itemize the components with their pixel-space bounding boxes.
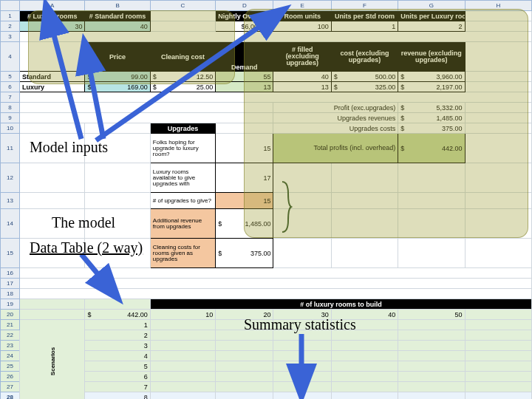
cell[interactable]: $2,197.00 [398, 82, 465, 92]
cell[interactable]: $442.00 [85, 310, 150, 320]
cell[interactable]: $169.00 [85, 82, 150, 92]
row-21[interactable]: 21 [1, 320, 20, 330]
cell[interactable]: cost (excluding upgrades) [331, 42, 398, 72]
cell[interactable]: 13 [216, 82, 273, 92]
cell[interactable]: 30 [273, 310, 331, 320]
row-17[interactable]: 17 [1, 279, 20, 289]
cell-upgrades-header[interactable]: Upgrades [150, 123, 215, 134]
cell[interactable]: 15 [216, 134, 273, 163]
cell-standard-rooms[interactable]: 40 [85, 21, 150, 32]
col-F[interactable]: F [331, 1, 398, 11]
cell-profit-label[interactable]: Profit (exc.upgrades) [273, 103, 398, 113]
cell[interactable]: 17 [216, 163, 273, 193]
cell-total-profit-value[interactable]: $442.00 [398, 134, 465, 163]
cell[interactable]: Additional revenue from upgrades [150, 209, 215, 239]
cell[interactable]: $12.50 [150, 72, 215, 82]
row-10[interactable]: 10 [1, 123, 20, 134]
row-8[interactable]: 8 [1, 103, 20, 113]
row-5[interactable]: 5 [1, 72, 20, 82]
cell[interactable]: 1 [331, 21, 398, 32]
row-15[interactable]: 15 [1, 239, 20, 268]
row-9[interactable]: 9 [1, 113, 20, 123]
cell-luxury-rooms[interactable]: 30 [20, 21, 85, 32]
row-6[interactable]: 6 [1, 82, 20, 92]
cell-upgrade-cost-label[interactable]: Upgrades costs [273, 123, 398, 134]
cell[interactable]: 40 [331, 310, 398, 320]
cell[interactable]: # Luxury rooms [20, 11, 85, 21]
cell-total-profit-label[interactable]: Total profits (incl. overhead) [273, 134, 398, 163]
cell[interactable]: 4 [85, 351, 150, 361]
cell-lux-build-header[interactable]: # of luxury rooms to build [150, 299, 531, 310]
cell[interactable]: $1,485.00 [216, 209, 273, 239]
cell[interactable]: 13 [273, 82, 331, 92]
cell[interactable]: # Standard rooms [85, 11, 150, 21]
cell[interactable]: 55 [216, 72, 273, 82]
cell[interactable]: Cleaning cost [150, 42, 215, 72]
row-24[interactable]: 24 [1, 351, 20, 361]
cell[interactable]: 3 [85, 341, 150, 351]
cell[interactable]: Nightly Overhead [216, 11, 273, 21]
cell[interactable]: 5 [85, 361, 150, 372]
col-G[interactable]: G [398, 1, 465, 11]
cell[interactable]: 2 [85, 330, 150, 341]
row-26[interactable]: 26 [1, 372, 20, 382]
row-16[interactable]: 16 [1, 268, 20, 279]
cell[interactable]: 20 [216, 310, 273, 320]
row-18[interactable]: 18 [1, 289, 20, 299]
cell[interactable]: $375.00 [216, 239, 273, 268]
row-7[interactable]: 7 [1, 92, 20, 103]
cell[interactable]: Folks hoping for upgrade to luxury room? [150, 134, 215, 163]
cell[interactable]: 2 [398, 21, 465, 32]
cell[interactable]: Demand [216, 42, 273, 72]
cell[interactable]: $325.00 [331, 82, 398, 92]
cell[interactable]: $25.00 [150, 82, 215, 92]
cell[interactable]: $5,332.00 [398, 103, 465, 113]
cell[interactable]: revenue (excluding upgrades) [398, 42, 465, 72]
cell[interactable]: $6,000.00 [216, 21, 273, 32]
cell[interactable]: 10 [150, 310, 215, 320]
cell[interactable]: 8 [85, 392, 150, 400]
col-D[interactable]: D [216, 1, 273, 11]
row-22[interactable]: 22 [1, 330, 20, 341]
row-11[interactable]: 11 [1, 134, 20, 163]
cell[interactable]: Units per Luxury room [398, 11, 465, 21]
cell[interactable]: Price [85, 42, 150, 72]
cell[interactable]: $500.00 [331, 72, 398, 82]
row-12[interactable]: 12 [1, 163, 20, 193]
cell[interactable]: # of upgrades to give? [150, 193, 215, 209]
cell[interactable]: $99.00 [85, 72, 150, 82]
col-A[interactable]: A [20, 1, 85, 11]
col-E[interactable]: E [273, 1, 331, 11]
cell[interactable]: 100 [273, 21, 331, 32]
row-3[interactable]: 3 [1, 32, 20, 42]
cell[interactable]: Cleaning costs for rooms given as upgrad… [150, 239, 215, 268]
row-19[interactable]: 19 [1, 299, 20, 310]
col-H[interactable]: H [465, 1, 531, 11]
cell[interactable]: Units per Std room [331, 11, 398, 21]
cell[interactable]: $1,485.00 [398, 113, 465, 123]
row-25[interactable]: 25 [1, 361, 20, 372]
cell[interactable]: 50 [398, 310, 465, 320]
row-4[interactable]: 4 [1, 42, 20, 72]
col-B[interactable]: B [85, 1, 150, 11]
cell[interactable]: 6 [85, 372, 150, 382]
cell[interactable]: $375.00 [398, 123, 465, 134]
cell-standard-label[interactable]: Standard [20, 72, 85, 82]
row-1[interactable]: 1 [1, 11, 20, 21]
cell[interactable]: Luxury rooms available to give upgrades … [150, 163, 215, 193]
row-23[interactable]: 23 [1, 341, 20, 351]
col-C[interactable]: C [150, 1, 215, 11]
cell[interactable]: Room units [273, 11, 331, 21]
cell[interactable]: 7 [85, 382, 150, 392]
cell[interactable]: 1 [85, 320, 150, 330]
row-13[interactable]: 13 [1, 193, 20, 209]
row-20[interactable]: 20 [1, 310, 20, 320]
cell-luxury-label[interactable]: Luxury [20, 82, 85, 92]
cell[interactable]: 40 [273, 72, 331, 82]
cell-upgrade-rev-label[interactable]: Upgrades revenues [273, 113, 398, 123]
row-2[interactable]: 2 [1, 21, 20, 32]
row-14[interactable]: 14 [1, 209, 20, 239]
cell[interactable]: $3,960.00 [398, 72, 465, 82]
cell[interactable]: 15 [216, 193, 273, 209]
spreadsheet-grid[interactable]: A B C D E F G H 1 # Luxury rooms # Stand… [0, 0, 532, 399]
